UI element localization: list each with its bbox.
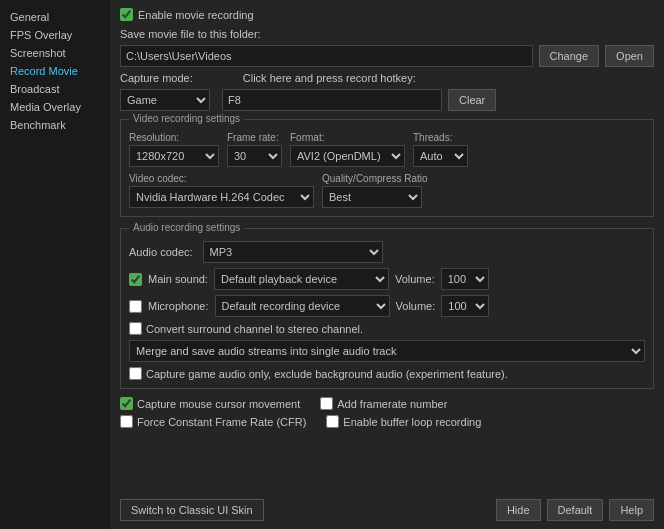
capture-game-audio-label: Capture game audio only, exclude backgro…: [146, 368, 508, 380]
force-cfr-checkbox[interactable]: [120, 415, 133, 428]
threads-label: Threads:: [413, 132, 468, 143]
framerate-select[interactable]: 30: [227, 145, 282, 167]
resolution-label: Resolution:: [129, 132, 219, 143]
audio-settings-title: Audio recording settings: [129, 222, 244, 233]
bottom-checkboxes-row1: Capture mouse cursor movement Add framer…: [120, 397, 654, 410]
surround-checkbox[interactable]: [129, 322, 142, 335]
hotkey-label: Click here and press record hotkey:: [243, 72, 416, 84]
merge-tracks-select[interactable]: Merge and save audio streams into single…: [129, 340, 645, 362]
add-framerate-check: Add framerate number: [320, 397, 447, 410]
save-folder-row: Change Open: [120, 45, 654, 67]
microphone-checkbox[interactable]: [129, 300, 142, 313]
add-framerate-label: Add framerate number: [337, 398, 447, 410]
enable-buffer-label: Enable buffer loop recording: [343, 416, 481, 428]
main-volume-select[interactable]: 100: [441, 268, 489, 290]
capture-hotkey-row: Game Clear: [120, 89, 654, 111]
video-settings-group: Video recording settings Resolution: 128…: [120, 119, 654, 217]
framerate-field: Frame rate: 30: [227, 132, 282, 167]
microphone-row: Microphone: Default recording device Vol…: [129, 295, 645, 317]
clear-button[interactable]: Clear: [448, 89, 496, 111]
audio-settings-content: Audio codec: MP3 Main sound: Default pla…: [129, 241, 645, 380]
enable-buffer-check: Enable buffer loop recording: [326, 415, 481, 428]
save-folder-section: Save movie file to this folder:: [120, 28, 654, 40]
capture-mouse-check: Capture mouse cursor movement: [120, 397, 300, 410]
main-sound-checkbox[interactable]: [129, 273, 142, 286]
change-button[interactable]: Change: [539, 45, 600, 67]
format-label: Format:: [290, 132, 405, 143]
video-settings-row2: Video codec: Nvidia Hardware H.264 Codec…: [129, 173, 645, 208]
hide-button[interactable]: Hide: [496, 499, 541, 521]
format-field: Format: AVI2 (OpenDML): [290, 132, 405, 167]
add-framerate-checkbox[interactable]: [320, 397, 333, 410]
threads-select[interactable]: Auto: [413, 145, 468, 167]
mic-volume-label: Volume:: [396, 300, 436, 312]
format-select[interactable]: AVI2 (OpenDML): [290, 145, 405, 167]
footer-left: Switch to Classic UI Skin: [120, 499, 264, 521]
enable-buffer-checkbox[interactable]: [326, 415, 339, 428]
main-sound-row: Main sound: Default playback device Volu…: [129, 268, 645, 290]
force-cfr-check: Force Constant Frame Rate (CFR): [120, 415, 306, 428]
enable-recording-row: Enable movie recording: [120, 8, 654, 21]
threads-field: Threads: Auto: [413, 132, 468, 167]
footer: Switch to Classic UI Skin Hide Default H…: [120, 493, 654, 521]
surround-label: Convert surround channel to stereo chann…: [146, 323, 363, 335]
main-content: Enable movie recording Save movie file t…: [110, 0, 664, 529]
capture-mouse-label: Capture mouse cursor movement: [137, 398, 300, 410]
bottom-checkboxes-row2: Force Constant Frame Rate (CFR) Enable b…: [120, 415, 654, 428]
resolution-select[interactable]: 1280x720: [129, 145, 219, 167]
main-sound-select[interactable]: Default playback device: [214, 268, 389, 290]
open-button[interactable]: Open: [605, 45, 654, 67]
quality-select[interactable]: Best: [322, 186, 422, 208]
capture-game-audio-checkbox[interactable]: [129, 367, 142, 380]
main-sound-label: Main sound:: [148, 273, 208, 285]
capture-game-audio-row: Capture game audio only, exclude backgro…: [129, 367, 645, 380]
video-settings-title: Video recording settings: [129, 113, 244, 124]
audio-settings-group: Audio recording settings Audio codec: MP…: [120, 228, 654, 389]
audio-codec-row: Audio codec: MP3: [129, 241, 645, 263]
quality-field: Quality/Compress Ratio Best: [322, 173, 428, 208]
save-folder-label: Save movie file to this folder:: [120, 28, 261, 40]
microphone-select[interactable]: Default recording device: [215, 295, 390, 317]
sidebar-item-record-movie[interactable]: Record Movie: [0, 62, 110, 80]
hotkey-input[interactable]: [222, 89, 442, 111]
audio-codec-label: Audio codec:: [129, 246, 193, 258]
footer-right: Hide Default Help: [496, 499, 654, 521]
video-settings-row1: Resolution: 1280x720 Frame rate: 30 Form…: [129, 132, 645, 167]
sidebar-item-media-overlay[interactable]: Media Overlay: [0, 98, 110, 116]
enable-recording-label: Enable movie recording: [138, 9, 254, 21]
sidebar-item-broadcast[interactable]: Broadcast: [0, 80, 110, 98]
framerate-label: Frame rate:: [227, 132, 282, 143]
quality-label: Quality/Compress Ratio: [322, 173, 428, 184]
capture-hotkey-labels: Capture mode: Click here and press recor…: [120, 72, 654, 84]
video-codec-select[interactable]: Nvidia Hardware H.264 Codec: [129, 186, 314, 208]
sidebar-item-screenshot[interactable]: Screenshot: [0, 44, 110, 62]
sidebar-item-general[interactable]: General: [0, 8, 110, 26]
capture-mode-select[interactable]: Game: [120, 89, 210, 111]
main-volume-label: Volume:: [395, 273, 435, 285]
folder-path-input[interactable]: [120, 45, 533, 67]
merge-tracks-row: Merge and save audio streams into single…: [129, 340, 645, 362]
capture-mode-label: Capture mode:: [120, 72, 193, 84]
default-button[interactable]: Default: [547, 499, 604, 521]
mic-volume-select[interactable]: 100: [441, 295, 489, 317]
capture-mouse-checkbox[interactable]: [120, 397, 133, 410]
video-codec-field: Video codec: Nvidia Hardware H.264 Codec: [129, 173, 314, 208]
force-cfr-label: Force Constant Frame Rate (CFR): [137, 416, 306, 428]
sidebar-item-benchmark[interactable]: Benchmark: [0, 116, 110, 134]
video-codec-label: Video codec:: [129, 173, 314, 184]
enable-recording-checkbox[interactable]: [120, 8, 133, 21]
audio-codec-select[interactable]: MP3: [203, 241, 383, 263]
resolution-field: Resolution: 1280x720: [129, 132, 219, 167]
microphone-label: Microphone:: [148, 300, 209, 312]
sidebar-item-fps-overlay[interactable]: FPS Overlay: [0, 26, 110, 44]
sidebar: General FPS Overlay Screenshot Record Mo…: [0, 0, 110, 529]
surround-row: Convert surround channel to stereo chann…: [129, 322, 645, 335]
classic-ui-button[interactable]: Switch to Classic UI Skin: [120, 499, 264, 521]
help-button[interactable]: Help: [609, 499, 654, 521]
